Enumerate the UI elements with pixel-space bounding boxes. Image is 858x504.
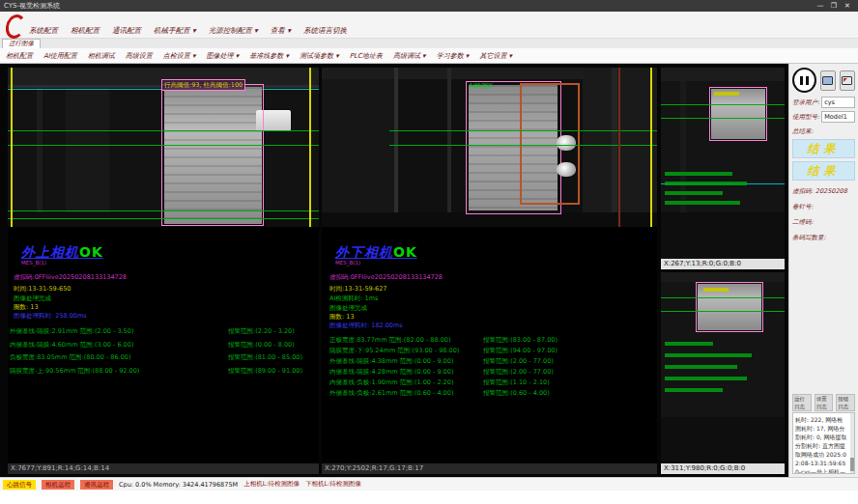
cpu-memory-status: Cpu: 0.0% Memory: 3424.41796875M <box>119 481 238 489</box>
measurement-row: 外侧基线-负极:2.61mm 范围:(0.60 - 4.00) <box>329 389 453 398</box>
login-user-input[interactable]: cys <box>821 97 855 108</box>
tool-learning-params[interactable]: 学习参数 ▾ <box>437 51 470 61</box>
tool-image-processing[interactable]: 图像处理 ▾ <box>207 51 240 61</box>
center-camera-readout: 外下相机OK MES_B(1) 虚拟码:0FFIiive202502081331… <box>322 227 657 463</box>
tool-plc-address[interactable]: PLC地址表 <box>350 51 383 61</box>
menu-language-switch[interactable]: 系统语言切换 <box>303 26 347 36</box>
text-overlay-bar <box>665 365 737 369</box>
tool-ai-usage-config[interactable]: AI使用配置 <box>43 51 77 61</box>
toolbar: 相机配置 AI使用配置 相机调试 高级设置 点检设置 ▾ 图像处理 ▾ 基准线参… <box>0 48 858 64</box>
green-baseline <box>8 218 319 219</box>
menu-system-config[interactable]: 系统配置 <box>29 26 58 36</box>
machinery-edge <box>447 68 451 227</box>
machinery-band <box>661 272 785 282</box>
alarm-range: 报警范围:(2.00 - 77.00) <box>483 357 554 366</box>
tool-advanced-settings[interactable]: 高级设置 <box>126 51 153 61</box>
control-button-row <box>792 67 855 94</box>
measurement-row: 外侧基线-隔膜:4.38mm 范围:(0.00 - 9.00) <box>329 357 453 366</box>
machinery-base <box>322 212 657 227</box>
menu-comm-config[interactable]: 通讯配置 <box>112 26 141 36</box>
machinery-base <box>661 417 785 463</box>
elapsed-line: 图像处理耗时: 182.00ms <box>329 322 403 330</box>
machinery-edge <box>612 68 617 227</box>
tool-spot-check[interactable]: 点检设置 ▾ <box>163 51 196 61</box>
mes-tag: MES_B(1) <box>335 260 360 266</box>
measurement-row: 外侧基线-隔膜:2.91mm 范围:(2.00 - 3.50) <box>10 327 133 336</box>
result-ok: OK <box>393 244 417 260</box>
log-scrollbar[interactable] <box>850 413 854 473</box>
text-overlay-bar <box>665 201 740 205</box>
menu-camera-config[interactable]: 相机配置 <box>71 26 100 36</box>
snapshot-button[interactable] <box>820 70 836 91</box>
text-overlay-bar <box>665 353 752 357</box>
small-bottom-camera-panel: X:311;Y:980;R:0;G:0;B:0 <box>661 272 785 474</box>
green-baseline <box>389 145 657 146</box>
tool-advanced-debug[interactable]: 高级调试 ▾ <box>393 51 426 61</box>
menu-view[interactable]: 查看 ▾ <box>271 26 291 36</box>
result-box-1: 结果 <box>792 139 855 158</box>
tool-other-settings[interactable]: 其它设置 ▾ <box>479 51 512 61</box>
green-baseline <box>389 130 657 131</box>
ai-time-line: AI检测耗时: 1ms <box>329 294 378 303</box>
log-tab-errors[interactable]: 报错日志 <box>836 394 855 411</box>
center-camera-image[interactable]: AI检测区 <box>322 68 657 227</box>
model-input[interactable]: Model1 <box>821 111 855 123</box>
menu-light-config[interactable]: 光源控制配置 ▾ <box>209 26 258 36</box>
close-button[interactable]: ✕ <box>841 2 854 10</box>
upper-camera-status: 上相机L:待检测图像 <box>243 480 300 489</box>
pink-roi-box <box>161 84 264 226</box>
tool-camera-debug[interactable]: 相机调试 <box>88 51 115 61</box>
login-user-label: 登录用户: <box>792 98 819 107</box>
menu-items: 系统配置 相机配置 通讯配置 机械手配置 ▾ 光源控制配置 ▾ 查看 ▾ 系统语… <box>29 26 347 36</box>
main-content: 行高阈值:93, 柱高阈值:100 外上相机OK MES_B(1) 虚拟码:0F… <box>0 64 858 477</box>
tool-test-params[interactable]: 测试项参数 ▾ <box>300 51 339 61</box>
log-scroll-thumb[interactable] <box>850 458 854 471</box>
minimize-button[interactable]: — <box>814 2 827 10</box>
bright-spot <box>557 135 576 151</box>
model-row: 使用型号: Model1 <box>792 111 855 123</box>
export-button[interactable] <box>840 70 855 91</box>
green-baseline <box>661 118 785 119</box>
log-text: 耗时: 222, 网络检测耗时: 17, 网络分割耗时: 0, 网络提取分割耗时… <box>793 413 854 474</box>
barcode-line: 虚拟码:0FFIiive20250208133134728 <box>14 273 127 282</box>
ai-zone-label: AI检测区 <box>469 82 494 91</box>
green-baseline <box>661 311 785 312</box>
machinery-edge <box>394 68 398 227</box>
camera-name: 外上相机 <box>21 244 79 260</box>
yellow-marker <box>703 288 729 292</box>
maximize-button[interactable]: ❐ <box>827 2 841 10</box>
yellow-edge-line <box>309 68 311 227</box>
monitor-icon <box>822 76 833 85</box>
tool-camera-config[interactable]: 相机配置 <box>6 51 33 61</box>
small-bottom-camera-image[interactable] <box>661 272 785 463</box>
bottom-status-bar: 心跳信号 相机远程 通讯远程 Cpu: 0.0% Memory: 3424.41… <box>0 477 858 490</box>
menu-robot-config[interactable]: 机械手配置 ▾ <box>154 26 196 36</box>
barcode-line: 虚拟码:0FFIiive20250208133134728 <box>329 273 443 282</box>
text-overlay-bar <box>665 388 723 392</box>
measurement-row: 内侧基线-负极:1.90mm 范围:(1.00 - 2.20) <box>329 378 453 387</box>
tool-baseline-params[interactable]: 基准线参数 ▾ <box>249 51 289 61</box>
dark-red-line <box>618 68 620 227</box>
machinery-base <box>661 212 785 259</box>
process-done-line: 图像处理完成 <box>14 294 51 303</box>
comm-remote-badge: 通讯远程 <box>80 480 113 490</box>
alarm-range: 报警范围:(94.00 - 97.00) <box>483 347 558 355</box>
left-camera-image[interactable]: 行高阈值:93, 柱高阈值:100 <box>8 68 319 227</box>
pause-button[interactable] <box>792 68 816 93</box>
camera-remote-badge: 相机远程 <box>42 480 74 490</box>
process-done-line: 图像处理完成 <box>329 304 367 313</box>
alarm-range: 报警范围:(0.00 - 8.00) <box>228 341 295 350</box>
measurement-row: 内侧基线-隔膜:4.60mm 范围:(3.00 - 6.00) <box>10 341 133 350</box>
green-baseline <box>661 297 785 298</box>
text-overlay-bar <box>665 172 732 176</box>
text-overlay-bar <box>665 342 713 346</box>
text-overlay-bar <box>665 377 747 380</box>
log-box[interactable]: 耗时: 222, 网络检测耗时: 17, 网络分割耗时: 0, 网络提取分割耗时… <box>792 412 855 474</box>
qrcode-label: 二维码: <box>792 218 855 227</box>
machinery-column <box>322 79 394 227</box>
log-tab-run[interactable]: 运行日志 <box>792 394 812 411</box>
tab-run-image[interactable]: 运行图像 <box>2 39 41 48</box>
threshold-overlay-label: 行高阈值:93, 柱高阈值:100 <box>161 79 245 91</box>
log-tab-settings[interactable]: 设置日志 <box>815 394 834 411</box>
small-top-camera-image[interactable] <box>661 68 785 259</box>
